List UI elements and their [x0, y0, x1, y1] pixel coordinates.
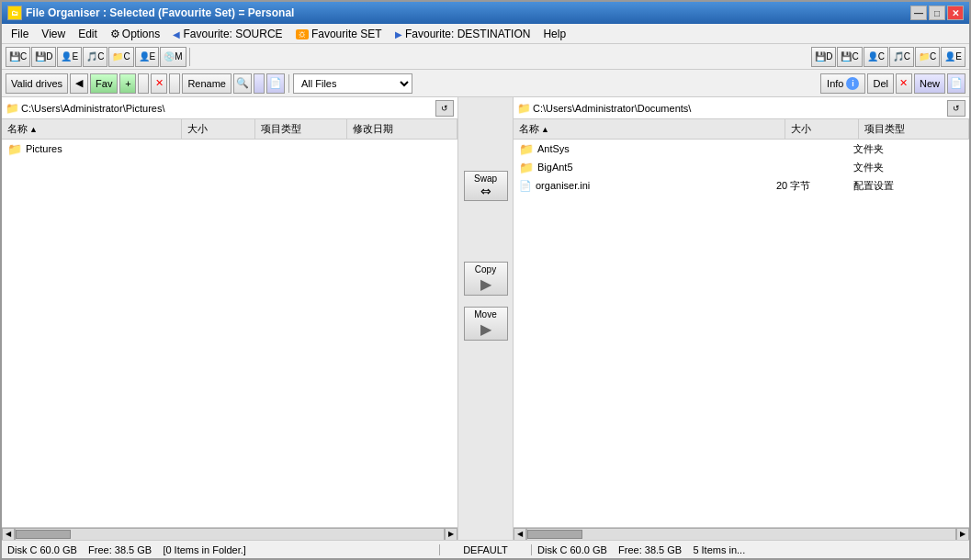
menu-file[interactable]: File — [6, 26, 34, 42]
list-item[interactable]: 📁 BigAnt5 文件夹 — [514, 158, 969, 176]
left-col-name[interactable]: 名称 ▲ — [2, 119, 182, 139]
valid-drives-button[interactable]: Valid drives — [6, 73, 68, 94]
copy-button[interactable]: Copy ▶ — [464, 262, 508, 296]
fav-button[interactable]: Fav — [90, 73, 118, 94]
drive-d-btn[interactable]: 💾D — [31, 47, 56, 67]
folder-icon: 📁 — [7, 142, 22, 156]
swap-button[interactable]: Swap ⇔ — [464, 171, 508, 201]
drive-e-btn[interactable]: 👤E — [57, 47, 82, 67]
status-left: Disk C 60.0 GB Free: 38.5 GB [0 Items in… — [2, 544, 440, 555]
maximize-button[interactable]: □ — [929, 6, 945, 20]
right-path-bar: 📁 C:\Users\Administrator\Documents\ ↺ — [514, 97, 969, 119]
new-icon-button[interactable]: 📄 — [266, 73, 285, 94]
left-disk-label: Disk C 60.0 GB — [7, 544, 77, 555]
file-item-name: AntSys — [537, 143, 773, 154]
right-drive-c1-btn[interactable]: 💾C — [837, 47, 862, 67]
drive-folder-btn[interactable]: 📁C — [108, 47, 133, 67]
file-item-type: 文件夹 — [853, 142, 964, 156]
left-col-size[interactable]: 大小 — [182, 119, 255, 139]
status-right: Disk C 60.0 GB Free: 38.5 GB 5 Items in.… — [532, 544, 969, 555]
middle-panel: Swap ⇔ Copy ▶ Move ▶ — [458, 97, 514, 540]
right-path-folder-icon: 📁 — [517, 102, 531, 115]
right-col-size[interactable]: 大小 — [785, 119, 859, 139]
main-window: 🗂 File Organiser : Selected (Favourite S… — [0, 0, 971, 560]
rename-button[interactable] — [169, 73, 180, 94]
drive-music-btn[interactable]: 🎵C — [83, 47, 107, 67]
status-middle: DEFAULT — [440, 544, 532, 555]
menu-favourite-source[interactable]: ◀ Favourite: SOURCE — [167, 26, 288, 42]
right-scroll-right-button[interactable]: ▶ — [956, 528, 969, 541]
drive-c-btn[interactable]: 💾C — [6, 47, 30, 67]
folder-icon: 📁 — [519, 142, 534, 156]
right-drive-music-btn[interactable]: 🎵C — [889, 47, 914, 67]
menu-edit[interactable]: Edit — [73, 26, 103, 42]
del-x-right-button[interactable]: ✕ — [896, 73, 912, 94]
right-refresh-button[interactable]: ↺ — [947, 100, 965, 117]
new-icon-right-button[interactable]: 📄 — [947, 73, 965, 94]
right-col-name[interactable]: 名称 ▲ — [514, 119, 785, 139]
right-drive-c2-btn[interactable]: 👤C — [864, 47, 888, 67]
list-item[interactable]: 📁 Pictures — [2, 140, 457, 158]
left-path-folder-icon: 📁 — [6, 102, 19, 115]
title-bar-left: 🗂 File Organiser : Selected (Favourite S… — [7, 6, 294, 20]
menu-favourite-dest[interactable]: ▶ Favourite: DESTINATION — [390, 26, 536, 42]
left-refresh-button[interactable]: ↺ — [435, 100, 454, 117]
find-button[interactable]: Rename — [182, 73, 231, 94]
file-item-type: 文件夹 — [853, 161, 964, 174]
close-button[interactable]: ✕ — [947, 6, 964, 20]
del-x-left-button[interactable]: ✕ — [151, 73, 167, 94]
file-filter-select[interactable]: All Files *.txt *.doc *.jpg — [293, 73, 412, 94]
info-button[interactable]: Info i — [820, 73, 865, 94]
menu-help[interactable]: Help — [537, 26, 571, 42]
left-free-label: Free: 38.5 GB — [88, 544, 152, 555]
find-icon-button[interactable]: 🔍 — [233, 73, 252, 94]
list-item[interactable]: 📄 organiser.ini 20 字节 配置设置 — [514, 176, 969, 195]
del-right-button[interactable]: Del — [867, 73, 894, 94]
menu-favourite-set[interactable]: ⛭ Favourite SET — [290, 26, 388, 42]
left-path-bar: 📁 C:\Users\Administrator\Pictures\ ↺ — [2, 97, 457, 119]
right-scrollbar-track[interactable] — [526, 528, 956, 541]
new-right-button[interactable]: New — [914, 73, 945, 94]
scroll-right-button[interactable]: ▶ — [445, 528, 457, 541]
status-default-label: DEFAULT — [463, 544, 508, 555]
left-col-modified[interactable]: 修改日期 — [347, 119, 457, 139]
menu-view[interactable]: View — [36, 26, 71, 42]
del-left-button[interactable] — [138, 73, 149, 94]
window-title: File Organiser : Selected (Favourite Set… — [26, 6, 294, 19]
nav-left-button[interactable]: ◀ — [70, 73, 88, 94]
file-item-name: Pictures — [26, 143, 62, 154]
left-horizontal-scrollbar[interactable]: ◀ ▶ — [2, 527, 457, 540]
right-scroll-left-button[interactable]: ◀ — [514, 528, 526, 541]
scrollbar-thumb[interactable] — [16, 530, 71, 539]
toolbar-separator-2 — [288, 74, 289, 93]
drive-ee-btn[interactable]: 👤E — [135, 47, 160, 67]
main-area: 📁 C:\Users\Administrator\Pictures\ ↺ 名称 … — [2, 97, 969, 540]
move-label: Move — [474, 309, 496, 319]
minimize-button[interactable]: — — [910, 6, 927, 20]
new-button[interactable] — [254, 73, 265, 94]
drive-cd-btn[interactable]: 💿M — [160, 47, 186, 67]
toolbar-row2: Valid drives ◀ Fav + ✕ Rename 🔍 📄 All Fi… — [2, 70, 969, 97]
info-icon: i — [846, 77, 859, 90]
right-drive-folder-btn[interactable]: 📁C — [915, 47, 940, 67]
right-drive-ee-btn[interactable]: 👤E — [941, 47, 965, 67]
title-controls: — □ ✕ — [910, 6, 964, 20]
app-icon: 🗂 — [7, 6, 22, 20]
right-drive-d-btn[interactable]: 💾D — [811, 47, 836, 67]
move-button[interactable]: Move ▶ — [464, 307, 508, 341]
scrollbar-track[interactable] — [15, 528, 445, 541]
right-scrollbar-thumb[interactable] — [527, 530, 582, 539]
scroll-left-button[interactable]: ◀ — [2, 528, 15, 541]
menu-options[interactable]: ⚙Options — [105, 26, 165, 42]
right-disk-label: Disk C 60.0 GB — [537, 544, 607, 555]
right-free-label: Free: 38.5 GB — [618, 544, 682, 555]
file-item-size: 20 字节 — [776, 179, 850, 193]
fav-add-button[interactable]: + — [119, 73, 136, 94]
left-panel: 📁 C:\Users\Administrator\Pictures\ ↺ 名称 … — [2, 97, 458, 540]
right-horizontal-scrollbar[interactable]: ◀ ▶ — [514, 527, 969, 540]
swap-label: Swap — [474, 174, 497, 184]
left-col-type[interactable]: 项目类型 — [255, 119, 347, 139]
list-item[interactable]: 📁 AntSys 文件夹 — [514, 140, 969, 158]
right-col-type[interactable]: 项目类型 — [859, 119, 969, 139]
menubar: File View Edit ⚙Options ◀ Favourite: SOU… — [2, 24, 969, 44]
